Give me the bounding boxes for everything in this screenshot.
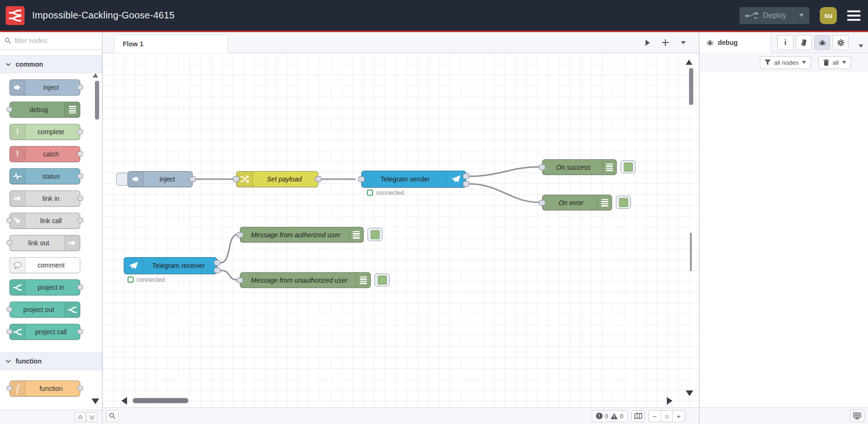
palette-scroll-down-arrow[interactable] [92, 398, 99, 404]
flow-node-msg-unauthorized[interactable]: Message from unauthorized user [240, 272, 371, 288]
output-port[interactable] [77, 151, 83, 156]
msg-authorized-toggle-button[interactable] [367, 228, 383, 241]
zoom-reset-button[interactable]: ○ [661, 411, 672, 422]
tab-debug[interactable]: debug [699, 32, 771, 53]
msg-unauthorized-toggle-button[interactable] [374, 273, 390, 286]
canvas-search-button[interactable] [106, 410, 119, 422]
error-circle-icon: ! [596, 413, 603, 419]
palette-search[interactable] [0, 32, 102, 50]
input-port[interactable] [358, 176, 365, 182]
output-port[interactable] [77, 285, 83, 290]
user-avatar[interactable]: su [820, 7, 837, 24]
deploy-options-button[interactable] [793, 7, 809, 24]
palette-scroll-up-arrow[interactable] [93, 73, 98, 78]
flow-node-telegram-sender[interactable]: Telegram sender [361, 171, 466, 188]
debug-filter-button[interactable]: all nodes [760, 56, 811, 69]
help-tab-button[interactable] [796, 35, 812, 50]
on-error-toggle-button[interactable] [616, 196, 631, 209]
output-port[interactable] [77, 129, 83, 134]
palette-node-project-out[interactable]: project out [9, 302, 80, 318]
palette-node-link-in[interactable]: link in [9, 190, 80, 207]
palette-node-complete[interactable]: ! complete [9, 124, 80, 140]
output-port[interactable] [77, 329, 83, 334]
palette-node-debug[interactable]: debug [9, 102, 80, 118]
palette-node-status[interactable]: status [9, 168, 80, 184]
input-port[interactable] [237, 232, 243, 238]
next-tab-arrow-icon[interactable] [646, 40, 650, 46]
wire-sender-to-onerror[interactable] [469, 184, 539, 202]
debug-tab-button[interactable] [814, 35, 830, 50]
output-port-2[interactable] [463, 181, 469, 187]
output-port-2[interactable] [214, 268, 221, 273]
output-port[interactable] [77, 218, 83, 223]
flow-node-inject[interactable]: inject [128, 171, 193, 187]
debug-clear-button[interactable]: all [818, 56, 851, 69]
flow-list-dropdown-icon[interactable] [681, 41, 686, 44]
palette-node-link-out[interactable]: link out [9, 235, 80, 251]
palette-category-common[interactable]: common [0, 55, 102, 73]
palette-filter-input[interactable] [15, 37, 85, 44]
canvas-hscrollbar-thumb[interactable] [133, 398, 188, 403]
output-port[interactable] [315, 176, 322, 182]
flow-node-set-payload[interactable]: Set payload [236, 171, 318, 187]
sidebar-tabbar: debug i [699, 32, 868, 53]
input-port[interactable] [539, 164, 545, 170]
input-port[interactable] [237, 277, 243, 283]
output-port[interactable] [77, 173, 83, 179]
flow-node-on-error[interactable]: On error [542, 195, 612, 210]
input-port[interactable] [7, 307, 12, 312]
canvas-scroll-right-arrow[interactable] [667, 397, 672, 405]
wire-receiver-to-authorized[interactable] [221, 234, 238, 263]
inject-trigger-button[interactable] [116, 173, 128, 186]
main-menu-button[interactable] [847, 10, 860, 21]
on-success-toggle-button[interactable] [621, 160, 636, 173]
canvas-scroll-down-arrow[interactable] [686, 390, 693, 396]
canvas-scroll-up-arrow[interactable] [686, 60, 692, 65]
output-port[interactable] [77, 196, 83, 201]
palette-category-function[interactable]: function [0, 352, 102, 370]
palette-node-catch[interactable]: ! catch [9, 146, 80, 162]
flow-canvas[interactable]: inject Set payload Telegram sender [102, 53, 699, 407]
canvas-vscrollbar-mark[interactable] [690, 233, 692, 271]
deploy-button[interactable]: Deploy [740, 7, 809, 24]
palette-node-comment[interactable]: comment [9, 257, 80, 273]
palette-node-function[interactable]: f function [9, 381, 80, 397]
input-port[interactable] [7, 386, 12, 391]
wire-receiver-to-unauthorized[interactable] [221, 270, 238, 280]
tab-flow-1[interactable]: Flow 1 [114, 35, 228, 53]
palette-node-project-in[interactable]: project in [9, 279, 80, 295]
config-tab-button[interactable] [833, 35, 849, 50]
flow-issues-indicator[interactable]: ! 0 0 [592, 410, 628, 422]
collapse-all-categories-button[interactable] [75, 412, 85, 422]
input-port[interactable] [7, 218, 12, 223]
add-flow-button[interactable] [662, 39, 669, 46]
zoom-out-button[interactable]: − [649, 411, 661, 422]
output-port[interactable] [77, 386, 83, 391]
input-port[interactable] [7, 329, 12, 334]
input-port[interactable] [539, 200, 545, 206]
wire-sender-to-onsuccess[interactable] [469, 167, 539, 176]
output-port[interactable] [77, 85, 83, 90]
info-tab-button[interactable]: i [777, 35, 793, 50]
output-port-1[interactable] [463, 173, 469, 179]
deploy-button-main[interactable]: Deploy [740, 11, 793, 20]
input-port[interactable] [233, 176, 239, 182]
canvas-vscrollbar-thumb[interactable] [689, 68, 693, 105]
flow-node-msg-authorized[interactable]: Message from autherized user [240, 227, 364, 242]
palette-scrollbar-thumb[interactable] [95, 81, 99, 120]
input-port[interactable] [7, 240, 12, 245]
navigator-button[interactable] [631, 410, 645, 422]
palette-node-project-call[interactable]: project call [9, 324, 80, 340]
open-debug-window-button[interactable] [850, 410, 864, 422]
output-port[interactable] [189, 176, 196, 182]
palette-node-inject[interactable]: inject [9, 79, 80, 95]
expand-all-categories-button[interactable] [86, 412, 97, 422]
palette-node-link-call[interactable]: link call [9, 213, 80, 229]
flow-node-telegram-receiver[interactable]: Telegram receiver [124, 257, 217, 274]
input-port[interactable] [7, 107, 12, 112]
canvas-scroll-left-arrow[interactable] [121, 397, 127, 405]
output-port-1[interactable] [214, 260, 221, 266]
zoom-in-button[interactable]: + [672, 411, 684, 422]
flow-node-on-success[interactable]: On success [542, 159, 617, 175]
sidebar-tabs-dropdown[interactable] [859, 41, 863, 50]
